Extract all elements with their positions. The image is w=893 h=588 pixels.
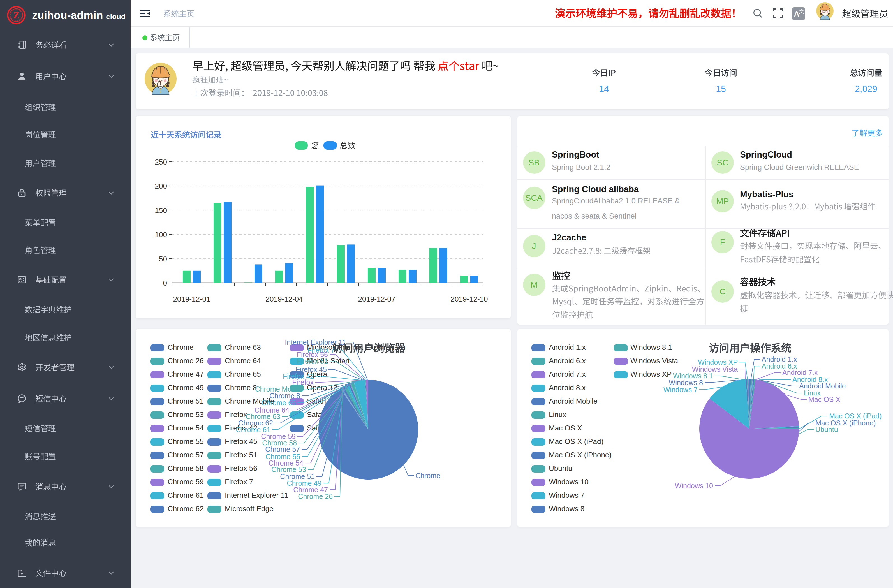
svg-text:200: 200 — [155, 182, 167, 190]
svg-text:50: 50 — [159, 254, 167, 263]
svg-text:2019-12-10: 2019-12-10 — [451, 295, 488, 303]
svg-text:Mac OS X (iPad): Mac OS X (iPad) — [829, 412, 882, 420]
svg-text:Chrome 8: Chrome 8 — [269, 392, 300, 400]
svg-text:Windows XP: Windows XP — [698, 358, 738, 366]
svg-text:2019-12-07: 2019-12-07 — [358, 295, 395, 303]
svg-text:Windows 10: Windows 10 — [675, 482, 713, 490]
svg-text:Windows 7: Windows 7 — [663, 386, 698, 394]
svg-text:Chrome 65: Chrome 65 — [261, 399, 296, 407]
svg-text:A: A — [794, 10, 799, 18]
svg-text:150: 150 — [155, 206, 167, 214]
svg-text:Mac OS X: Mac OS X — [808, 396, 840, 403]
svg-text:Chrome 57: Chrome 57 — [265, 445, 300, 453]
svg-text:Android Mobile: Android Mobile — [799, 382, 846, 390]
svg-text:2019-12-01: 2019-12-01 — [173, 295, 210, 303]
svg-text:Android 7.x: Android 7.x — [782, 368, 818, 376]
svg-text:Windows 8: Windows 8 — [669, 379, 703, 386]
svg-text:Chrome 26: Chrome 26 — [298, 492, 333, 500]
svg-text:0: 0 — [163, 278, 167, 287]
svg-text:Chrome: Chrome — [415, 472, 440, 480]
svg-text:Z: Z — [13, 10, 20, 21]
svg-text:250: 250 — [155, 158, 167, 166]
svg-text:100: 100 — [155, 230, 167, 239]
svg-text:2019-12-04: 2019-12-04 — [266, 295, 303, 303]
svg-text:Ubuntu: Ubuntu — [815, 426, 838, 433]
svg-text:Chrome 53: Chrome 53 — [271, 466, 306, 474]
svg-text:Firefox 51: Firefox 51 — [297, 357, 328, 365]
